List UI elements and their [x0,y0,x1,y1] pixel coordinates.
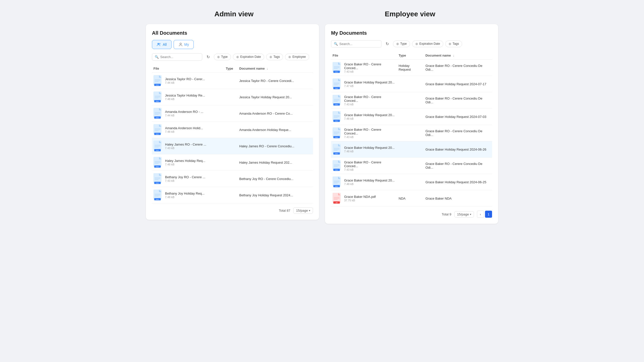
expiration-filter-label: Expiration Date [240,55,261,59]
toggle-all-button[interactable]: All [152,40,172,49]
emp-tags-filter-icon: ⊕ [449,42,451,46]
svg-text:docx: docx [156,101,159,102]
svg-point-2 [180,43,181,44]
employee-panel-title: My Documents [331,30,492,36]
file-name: Bethany Joy RO - Cerere ... [165,175,205,179]
svg-text:docx: docx [156,199,159,200]
table-row[interactable]: docx Bethany Joy RO - Cerere ... 7.43 kB… [152,171,313,187]
emp-expiration-filter-label: Expiration Date [419,42,440,46]
emp-col-file: File [331,52,397,60]
page-1-button[interactable]: 1 [485,211,492,218]
table-row[interactable]: docx Amanda Anderson Holid... 7.48 kB Am… [152,122,313,138]
doc-name: Grace Baker Holiday Request 2024-06-25 [424,174,492,190]
doc-name: Grace Baker RO - Cerere Concediu De Odi.… [424,158,492,174]
search-icon: 🔍 [155,55,159,59]
file-type [224,138,238,154]
table-row[interactable]: docx Grace Baker RO - Cerere Conced... 7… [331,158,492,174]
employee-per-page-select[interactable]: 15/page ▾ [454,211,474,217]
employee-per-page-value: 15/page [457,212,469,216]
emp-type-filter-label: Type [400,42,407,46]
file-size: 7.43 kB [165,147,206,150]
employee-search-input[interactable] [339,42,379,46]
prev-page-button[interactable]: ‹ [477,211,484,218]
table-row[interactable]: docx Amanda Anderson RO - ... 7.44 kB Am… [152,105,313,122]
table-row[interactable]: docx Grace Baker Holiday Request 20... 7… [331,76,492,92]
table-row[interactable]: docx Jessica Taylor Holiday Re... 7.48 k… [152,89,313,105]
file-icon: docx [153,157,163,168]
doc-name: Bethany Joy Holiday Request 2024... [238,187,313,203]
file-type [397,125,424,141]
svg-text:docx: docx [335,186,338,187]
file-icon: docx [333,95,342,106]
table-row[interactable]: docx Grace Baker RO - Cerere Conced... 7… [331,125,492,141]
per-page-chevron-icon: ▾ [309,209,310,212]
doc-name: Haley James Holiday Request 202... [238,154,313,171]
admin-search-input[interactable] [160,55,199,59]
admin-panel: All Documents All [146,24,319,220]
employee-total-label: Total 9 [442,212,451,216]
admin-per-page-select[interactable]: 15/page ▾ [293,207,313,214]
table-row[interactable]: docx Grace Baker RO - Cerere Conced... 7… [331,60,492,76]
svg-text:docx: docx [156,166,159,167]
table-row[interactable]: docx Grace Baker Holiday Request 20... 7… [331,141,492,158]
file-icon: docx [153,124,163,135]
table-row[interactable]: docx Haley James RO - Cerere ... 7.43 kB… [152,138,313,154]
doc-name: Grace Baker Holiday Request 2024-07-03 [424,109,492,125]
table-row[interactable]: docx Grace Baker Holiday Request 20... 7… [331,109,492,125]
admin-expiration-filter[interactable]: ⊕ Expiration Date [233,54,264,60]
svg-point-0 [157,43,159,44]
employee-search-box[interactable]: 🔍 [331,40,381,48]
admin-tags-filter[interactable]: ⊕ Tags [266,54,283,60]
svg-text:docx: docx [335,169,338,171]
svg-text:pdf: pdf [336,202,338,203]
svg-text:docx: docx [335,137,338,138]
employee-type-filter[interactable]: ⊕ Type [393,40,410,47]
toggle-my-label: My [184,42,189,47]
employee-expiration-filter[interactable]: ⊕ Expiration Date [412,40,443,47]
admin-employee-filter[interactable]: ⊕ Employee [285,54,309,60]
file-type [397,92,424,109]
file-icon: pdf [333,193,342,204]
admin-filter-bar: 🔍 ↻ ⊕ Type ⊕ Expiration Date ⊕ Tags ⊕ Em… [152,53,313,61]
admin-refresh-button[interactable]: ↻ [204,53,212,61]
file-name: Haley James RO - Cerere ... [165,143,206,146]
employee-documents-table: File Type Document name ↓ docx Grace Bak… [331,52,492,207]
file-type [224,73,238,89]
table-row[interactable]: pdf Grace Baker NDA.pdf 37.75 kB NDA Gra… [331,190,492,207]
doc-name-sort-icon[interactable]: ↓ [267,67,268,70]
table-row[interactable]: docx Jessica Taylor RO - Cerer... 7.44 k… [152,73,313,89]
table-row[interactable]: docx Bethany Joy Holiday Req... 7.48 kB … [152,187,313,203]
employee-panel: My Documents 🔍 ↻ ⊕ Type ⊕ Expiration Dat… [325,24,498,224]
admin-total-label: Total 87 [279,209,290,212]
table-row[interactable]: docx Grace Baker RO - Cerere Conced... 7… [331,92,492,109]
file-type [224,89,238,105]
file-type [397,174,424,190]
file-size: 7.43 kB [344,168,396,171]
employee-tags-filter[interactable]: ⊕ Tags [445,40,462,47]
file-name: Jessica Taylor RO - Cerer... [165,77,205,81]
doc-name: Jessica Taylor Holiday Request 20... [238,89,313,105]
file-type: NDA [397,190,424,207]
emp-per-page-chevron-icon: ▾ [470,213,471,216]
svg-text:docx: docx [335,104,338,105]
admin-type-filter[interactable]: ⊕ Type [214,54,231,60]
table-row[interactable]: docx Haley James Holiday Req... 7.48 kB … [152,154,313,171]
table-row[interactable]: docx Grace Baker Holiday Request 20... 7… [331,174,492,190]
file-size: 7.43 kB [165,179,205,182]
file-icon: docx [333,78,342,89]
admin-search-box[interactable]: 🔍 [152,53,202,61]
admin-per-page-value: 15/page [296,209,308,212]
doc-name: Grace Baker NDA [424,190,492,207]
emp-col-type: Type [397,52,424,60]
svg-text:docx: docx [335,71,338,73]
emp-doc-name-sort-icon[interactable]: ↓ [453,54,455,57]
employee-filter-label: Employee [292,55,306,59]
file-icon: docx [333,127,342,139]
employee-refresh-button[interactable]: ↻ [383,40,391,48]
doc-name: Grace Baker RO - Cerere Concediu De Odi.… [424,60,492,76]
file-name: Grace Baker Holiday Request 20... [344,80,395,84]
svg-text:docx: docx [156,182,159,184]
emp-expiration-filter-icon: ⊕ [415,42,418,46]
toggle-my-button[interactable]: My [174,40,194,49]
file-icon: docx [333,62,342,73]
